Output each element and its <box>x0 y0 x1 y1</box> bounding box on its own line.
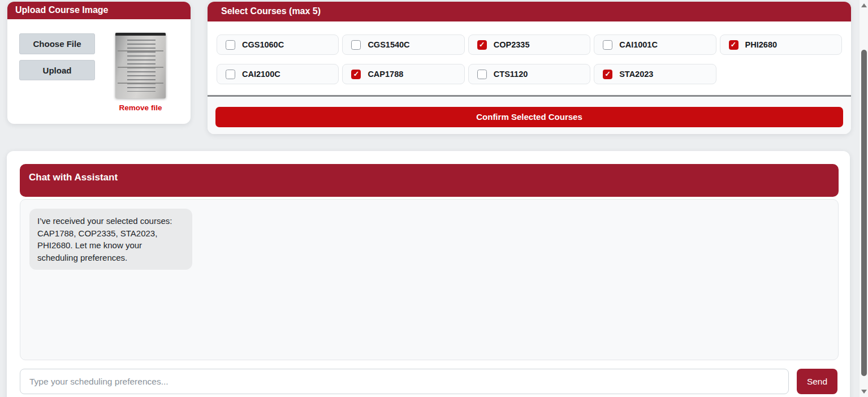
course-code-label: PHI2680 <box>745 40 777 49</box>
thumbnail-text-lines <box>127 40 156 92</box>
course-checkbox-item[interactable]: COP2335 <box>468 34 590 55</box>
course-code-label: COP2335 <box>494 40 530 49</box>
course-checkbox-item[interactable]: STA2023 <box>594 64 716 84</box>
course-checkbox[interactable] <box>477 70 487 79</box>
course-checkbox[interactable] <box>351 40 361 50</box>
send-button[interactable]: Send <box>797 369 837 394</box>
select-courses-title: Select Courses (max 5) <box>221 6 321 16</box>
course-checkbox[interactable] <box>226 70 235 79</box>
select-courses-footer: Confirm Selected Courses <box>208 97 851 135</box>
course-checkbox[interactable] <box>477 40 487 50</box>
assistant-message-bubble: I’ve received your selected courses: CAP… <box>29 209 192 270</box>
course-checkbox-item[interactable]: CGS1060C <box>217 34 339 55</box>
chat-panel-title: Chat with Assistant <box>29 172 118 183</box>
course-code-label: CAI1001C <box>619 40 658 49</box>
remove-file-link[interactable]: Remove file <box>108 103 173 112</box>
scroll-up-arrow-icon[interactable] <box>861 3 867 7</box>
vertical-scrollbar[interactable] <box>859 0 868 397</box>
course-checkbox-item[interactable]: PHI2680 <box>720 34 842 55</box>
course-code-label: CAP1788 <box>368 70 403 79</box>
course-checkbox-item[interactable]: CTS1120 <box>468 64 590 84</box>
upload-panel-header: Upload Course Image <box>7 2 191 19</box>
scrollbar-thumb[interactable] <box>861 50 867 376</box>
chat-preferences-input[interactable] <box>20 369 789 394</box>
course-code-label: CTS1120 <box>494 70 528 79</box>
upload-course-image-panel: Upload Course Image Choose File Upload R… <box>7 2 191 124</box>
course-image-thumbnail <box>115 33 166 98</box>
course-checkbox-item[interactable]: CGS1540C <box>342 34 464 55</box>
course-checkbox-item[interactable]: CAI2100C <box>217 64 339 84</box>
select-courses-header: Select Courses (max 5) <box>208 2 851 21</box>
scroll-down-arrow-icon[interactable] <box>861 390 867 394</box>
course-checkbox[interactable] <box>603 70 612 79</box>
course-checkbox-item[interactable]: CAP1788 <box>342 64 464 84</box>
course-checkbox-item[interactable]: CAI1001C <box>594 34 716 55</box>
confirm-selected-courses-button[interactable]: Confirm Selected Courses <box>215 107 843 127</box>
course-code-label: STA2023 <box>619 70 653 79</box>
course-checkbox[interactable] <box>351 70 361 79</box>
course-code-label: CAI2100C <box>242 70 280 79</box>
upload-panel-title: Upload Course Image <box>15 5 108 15</box>
chat-panel: Chat with Assistant I’ve received your s… <box>7 151 850 397</box>
chat-message-area: I’ve received your selected courses: CAP… <box>20 199 839 360</box>
page: Upload Course Image Choose File Upload R… <box>0 0 868 397</box>
course-checkbox[interactable] <box>226 40 235 50</box>
upload-button[interactable]: Upload <box>19 60 95 80</box>
thumbnail-top-edge <box>115 33 166 36</box>
choose-file-button[interactable]: Choose File <box>19 33 95 54</box>
chat-panel-header: Chat with Assistant <box>20 164 839 197</box>
course-checkbox[interactable] <box>603 40 612 50</box>
course-code-label: CGS1060C <box>242 40 284 49</box>
select-courses-panel: Select Courses (max 5) CGS1060C CGS1540C… <box>208 2 851 134</box>
course-code-label: CGS1540C <box>368 40 409 49</box>
course-grid: CGS1060C CGS1540C COP2335 CAI1001C PHI26… <box>217 34 842 84</box>
course-checkbox[interactable] <box>729 40 739 50</box>
